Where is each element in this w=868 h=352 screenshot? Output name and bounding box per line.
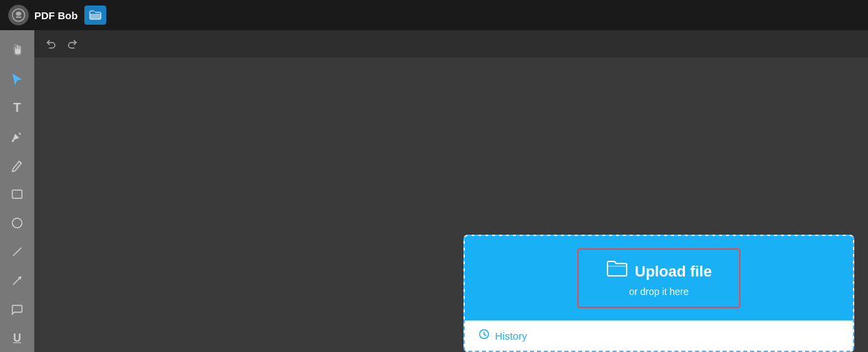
arrow-tool[interactable] <box>4 268 30 294</box>
highlight-tool[interactable] <box>4 124 30 150</box>
upload-button-area[interactable]: Upload file or drop it here <box>465 236 853 320</box>
upload-folder-icon <box>606 259 628 283</box>
underline-tool-icon: U <box>13 332 21 344</box>
svg-rect-2 <box>16 16 21 18</box>
open-folder-button[interactable] <box>84 5 106 25</box>
app-logo: PDF Bob <box>8 5 77 25</box>
svg-point-1 <box>16 12 21 16</box>
line-tool[interactable] <box>4 239 30 265</box>
underline-tool[interactable]: U <box>4 325 30 351</box>
rectangle-tool[interactable] <box>4 181 30 207</box>
upload-sub-label: or drop it here <box>629 286 688 297</box>
undo-button[interactable] <box>41 34 60 54</box>
upload-button[interactable]: Upload file or drop it here <box>577 248 740 308</box>
history-label: History <box>495 330 527 342</box>
logo-icon <box>8 5 29 25</box>
ellipse-tool[interactable] <box>4 210 30 236</box>
select-tool[interactable] <box>4 66 30 92</box>
text-tool-icon: T <box>14 101 21 115</box>
canvas-area: Upload file or drop it here <box>34 58 868 352</box>
history-header: History <box>479 329 839 342</box>
topbar: PDF Bob <box>0 0 868 30</box>
tools-sidebar: T <box>0 30 34 352</box>
history-section: History <box>465 320 853 351</box>
pencil-tool[interactable] <box>4 152 30 178</box>
redo-button[interactable] <box>63 34 82 54</box>
hand-tool[interactable] <box>4 37 30 63</box>
document-toolbar <box>34 30 868 58</box>
history-clock-icon <box>479 329 490 342</box>
upload-button-top: Upload file <box>606 259 712 283</box>
svg-rect-3 <box>12 190 22 198</box>
comment-tool[interactable] <box>4 296 30 322</box>
svg-point-4 <box>12 218 22 228</box>
main-layout: T <box>0 30 868 352</box>
upload-panel: Upload file or drop it here <box>463 235 854 352</box>
app-title: PDF Bob <box>34 10 77 21</box>
upload-file-label: Upload file <box>635 263 712 281</box>
text-tool[interactable]: T <box>4 95 30 121</box>
svg-line-5 <box>13 248 21 256</box>
content-area: Upload file or drop it here <box>34 30 868 352</box>
